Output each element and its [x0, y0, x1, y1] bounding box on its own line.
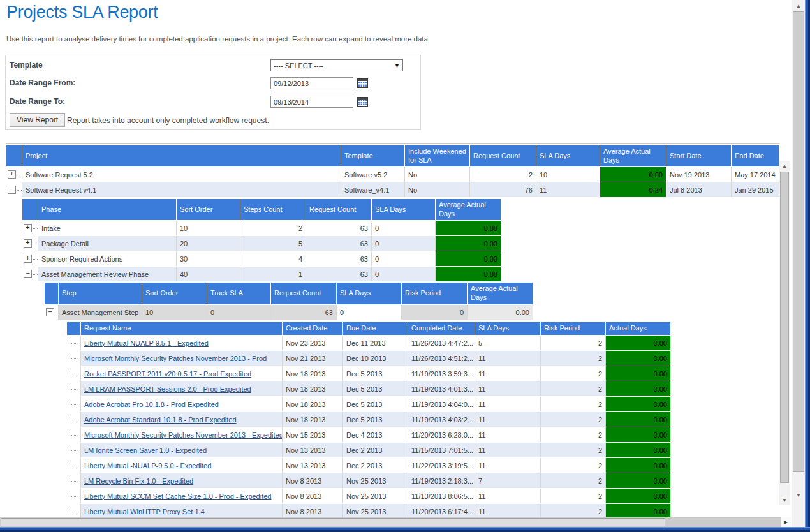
calendar-icon[interactable]: [357, 78, 368, 88]
tree-leaf-icon: [71, 399, 77, 405]
request-count-cell: 63: [271, 305, 337, 320]
phase-table: PhaseSort OrderSteps CountRequest CountS…: [22, 199, 501, 281]
tree-leaf-icon: [71, 506, 77, 512]
request-link[interactable]: LM Recycle Bin Fix 1.0 - Expedited: [84, 477, 193, 485]
tree-leaf-icon: [71, 337, 77, 344]
column-header: [22, 199, 38, 220]
column-header: [67, 322, 81, 335]
view-report-button[interactable]: View Report: [10, 113, 65, 127]
request-link[interactable]: Liberty Mutual NUALP 9.5.1 - Expedited: [84, 339, 209, 347]
tree-cell: [67, 504, 81, 519]
date-to-input[interactable]: [270, 96, 353, 108]
tree-leaf-icon: [71, 353, 77, 359]
template-select[interactable]: ---- SELECT ---- ▼: [270, 59, 403, 71]
name-cell: Adobe Acrobat Standard 10.1.8 - Prod Exp…: [81, 412, 283, 427]
table-row: +Package Detail2056300.00: [22, 236, 501, 251]
due-cell: Dec 10 2013: [343, 351, 408, 366]
actual-days-cell: 0.00: [606, 336, 671, 350]
expand-icon[interactable]: +: [24, 239, 32, 248]
report-top-border: [6, 143, 779, 144]
end-cell: Jan 29 2015: [732, 182, 779, 197]
request-link[interactable]: Adobe Acrobat Standard 10.1.8 - Prod Exp…: [84, 416, 237, 424]
column-header: Request Count: [271, 283, 337, 304]
report-vertical-scrollbar[interactable]: ▲ ▼: [779, 161, 790, 505]
completed-cell: 11/15/2013 7:01:5...: [408, 443, 475, 457]
table-row: Liberty Mutual NUALP 9.5.1 - ExpeditedNo…: [67, 336, 671, 350]
expand-icon[interactable]: +: [24, 255, 32, 263]
page-scroll-up-button[interactable]: ▲: [792, 1, 805, 11]
sla-days-cell: 0: [372, 236, 436, 251]
report-hscroll-thumb[interactable]: [1, 518, 665, 526]
start-cell: Nov 19 2013: [666, 167, 732, 182]
steps-count-cell: 2: [240, 221, 306, 235]
date-from-input[interactable]: [270, 77, 353, 89]
column-header: Risk Period: [402, 283, 468, 304]
sort-order-cell: 10: [142, 305, 207, 320]
request-link[interactable]: LM Ignite Screen Saver 1.0 - Expedited: [84, 447, 207, 454]
collapse-icon[interactable]: −: [24, 270, 32, 278]
request-count-cell: 2: [470, 167, 536, 182]
report-vscroll-thumb[interactable]: [780, 172, 789, 483]
expand-icon[interactable]: +: [8, 170, 16, 179]
sla-days-cell: 0: [372, 251, 436, 266]
request-link[interactable]: Microsoft Monthly Security Patches Novem…: [84, 431, 283, 439]
completed-cell: 11/20/2013 6:28:0...: [408, 427, 475, 442]
request-link[interactable]: LM LRAM PASSPORT Sessions 2.0 - Prod Exp…: [84, 385, 251, 393]
sla-days-cell: 11: [475, 366, 541, 381]
collapse-icon[interactable]: −: [8, 186, 16, 194]
template-cell: Software v5.2: [341, 167, 405, 182]
table-row: Microsoft Monthly Security Patches Novem…: [67, 351, 671, 366]
table-row: LM LRAM PASSPORT Sessions 2.0 - Prod Exp…: [67, 381, 671, 396]
page-description: Use this report to analyse delivery time…: [6, 35, 428, 43]
sla-days-cell: 0: [337, 305, 402, 320]
tree-leaf-icon: [71, 445, 77, 451]
end-cell: May 17 2014: [732, 167, 779, 182]
sla-days-cell: 7: [475, 473, 541, 488]
avg-days-cell: 0.00: [436, 267, 501, 281]
scroll-up-button[interactable]: ▲: [779, 161, 790, 171]
collapse-icon[interactable]: −: [46, 308, 54, 316]
actual-days-cell: 0.00: [606, 412, 671, 427]
sort-order-cell: 30: [177, 251, 240, 266]
completed-cell: 11/19/2013 2:18:3...: [408, 473, 475, 488]
name-cell: Liberty Mutual SCCM Set Cache Size 1.0 -…: [81, 489, 283, 503]
request-link[interactable]: Liberty Mutual SCCM Set Cache Size 1.0 -…: [84, 492, 271, 500]
page-vscroll-thumb[interactable]: [793, 11, 804, 472]
completed-cell: 11/26/2013 4:51:2...: [408, 351, 475, 366]
request-count-cell: 63: [306, 221, 372, 235]
actual-days-cell: 0.00: [606, 381, 671, 396]
steps-count-cell: 1: [240, 267, 306, 281]
request-link[interactable]: Liberty Mutual WinHTTP Proxy Set 1.4: [84, 508, 205, 515]
created-cell: Nov 8 2013: [283, 504, 343, 519]
request-link[interactable]: Microsoft Monthly Security Patches Novem…: [84, 355, 267, 362]
request-link[interactable]: Rocket PASSPORT 2011 v20.0.5.17 - Prod E…: [84, 370, 251, 378]
step-cell: Asset Management Step: [59, 305, 142, 320]
column-header: Risk Period: [541, 322, 606, 335]
page-scroll-down-button[interactable]: ▼: [792, 490, 805, 500]
expander-cell: −: [6, 182, 22, 197]
request-link[interactable]: Liberty Mutual -NUALP-9.5.0 - Expedited: [84, 462, 211, 469]
page-vertical-scrollbar[interactable]: ▲ ▼: [792, 0, 805, 527]
tree-cell: [67, 412, 81, 427]
name-cell: Liberty Mutual NUALP 9.5.1 - Expedited: [81, 336, 283, 350]
table-row: −Software Request v4.1Software_v4.1No761…: [6, 182, 779, 197]
column-header: Request Name: [81, 322, 283, 335]
due-cell: Dec 2 2013: [343, 443, 408, 457]
table-row: LM Ignite Screen Saver 1.0 - ExpeditedNo…: [67, 443, 671, 457]
risk-period-cell: 2: [541, 366, 606, 381]
scroll-down-button[interactable]: ▼: [779, 495, 790, 505]
scroll-right-button[interactable]: ▶: [781, 517, 791, 527]
calendar-icon[interactable]: [357, 96, 368, 107]
report-horizontal-scrollbar[interactable]: ▶: [0, 517, 791, 527]
column-header: SLA Days: [475, 322, 541, 335]
due-cell: Dec 4 2013: [343, 427, 408, 442]
expander-cell: −: [22, 267, 38, 281]
request-link[interactable]: Adobe Acrobat Pro 10.1.8 - Prod Expedite…: [84, 401, 219, 408]
created-cell: Nov 18 2013: [283, 366, 343, 381]
table-row: Adobe Acrobat Standard 10.1.8 - Prod Exp…: [67, 412, 671, 427]
risk-period-cell: 2: [541, 351, 606, 366]
expand-icon[interactable]: +: [24, 224, 32, 232]
tree-cell: [67, 458, 81, 473]
actual-days-cell: 0.00: [606, 427, 671, 442]
tree-dots: [33, 258, 38, 260]
